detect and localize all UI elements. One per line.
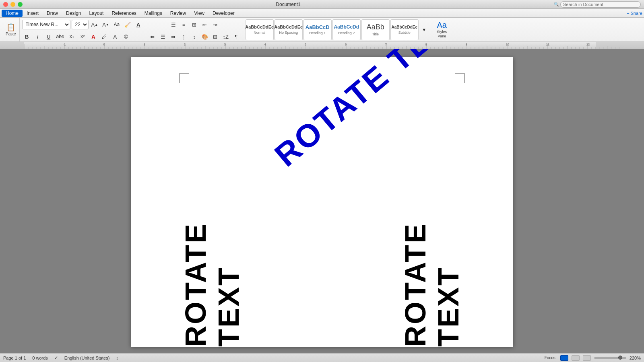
- svg-text:9: 9: [466, 43, 467, 46]
- svg-text:7: 7: [385, 43, 387, 46]
- minimize-button[interactable]: [10, 2, 15, 7]
- style-title-preview: AaBb: [367, 23, 384, 32]
- style-heading2-label: Heading 2: [338, 31, 355, 35]
- read-view-button[interactable]: [583, 355, 591, 361]
- menu-draw[interactable]: Draw: [43, 10, 62, 17]
- menu-home[interactable]: Home: [2, 10, 23, 17]
- menu-view[interactable]: View: [190, 10, 208, 17]
- menu-insert[interactable]: Insert: [23, 10, 43, 17]
- menu-design[interactable]: Design: [62, 10, 85, 17]
- search-input[interactable]: [560, 1, 641, 8]
- bullet-list-button[interactable]: ☰: [169, 19, 178, 30]
- superscript-button[interactable]: X²: [78, 31, 87, 42]
- close-button[interactable]: [3, 2, 8, 7]
- text-format-button[interactable]: A: [110, 31, 120, 42]
- italic-button[interactable]: I: [33, 31, 43, 42]
- style-title[interactable]: AaBb Title: [361, 19, 390, 40]
- svg-text:8: 8: [425, 43, 427, 46]
- document-page: ROTATE TEXT ROTATE TEXT ROTATE TEXT: [131, 57, 513, 347]
- track-changes-icon: ↕: [116, 356, 118, 360]
- borders-button[interactable]: ⊞: [211, 31, 220, 42]
- menu-mailings[interactable]: Mailings: [140, 10, 166, 17]
- svg-text:4: 4: [264, 43, 266, 46]
- sort-button[interactable]: ↕Z: [221, 31, 231, 42]
- special-char-button[interactable]: ©: [121, 31, 131, 42]
- decrease-indent-button[interactable]: ⇤: [200, 19, 210, 30]
- style-title-label: Title: [372, 32, 379, 36]
- search-area: 🔍: [554, 1, 641, 8]
- style-heading2[interactable]: AaBbCcDd Heading 2: [332, 19, 361, 40]
- styles-pane-button[interactable]: Aa StylesPane: [430, 19, 454, 40]
- gallery-expand-button[interactable]: ▼: [419, 25, 429, 35]
- style-subtitle-label: Subtitle: [398, 31, 411, 35]
- style-heading1-preview: AaBbCcD: [305, 24, 330, 31]
- clear-format-button[interactable]: 🧹: [123, 19, 132, 30]
- style-subtitle[interactable]: AaBbCcDdEe Subtitle: [390, 19, 419, 40]
- window-controls: [3, 2, 23, 7]
- maximize-button[interactable]: [18, 2, 23, 7]
- strikethrough-button[interactable]: abc: [55, 31, 66, 42]
- font-grow-button[interactable]: A▲: [90, 19, 100, 30]
- language: English (United States): [64, 356, 110, 360]
- change-case-button[interactable]: Aa: [112, 19, 122, 30]
- line-spacing-button[interactable]: ↕: [190, 31, 199, 42]
- svg-text:3: 3: [224, 43, 226, 46]
- paragraph-group: ☰ ≡ ⊞ ⇤ ⇥ ⬅ ☰ ➡ ⋮ ↕ 🎨 ⊞ ↕Z ¶: [146, 18, 243, 41]
- subscript-button[interactable]: X₂: [67, 31, 76, 42]
- bold-button[interactable]: B: [22, 31, 32, 42]
- font-name-select[interactable]: Times New R...: [22, 20, 70, 29]
- menu-review[interactable]: Review: [166, 10, 190, 17]
- focus-button[interactable]: Focus: [543, 353, 557, 362]
- menu-references[interactable]: References: [107, 10, 140, 17]
- show-marks-button[interactable]: ¶: [231, 31, 241, 42]
- style-normal[interactable]: AaBbCcDdEe Normal: [246, 19, 274, 40]
- svg-text:12: 12: [586, 43, 590, 46]
- margin-marker-top-left: [179, 73, 189, 83]
- underline-button[interactable]: U: [44, 31, 54, 42]
- multilevel-list-button[interactable]: ⊞: [190, 19, 199, 30]
- highlight-button[interactable]: 🖊: [99, 31, 109, 42]
- zoom-thumb: [618, 356, 622, 360]
- style-no-spacing-preview: AaBbCcDdEe: [274, 25, 303, 30]
- menu-developer[interactable]: Developer: [208, 10, 239, 17]
- style-no-spacing-label: No Spacing: [279, 31, 298, 35]
- font-size-select[interactable]: 22: [72, 20, 89, 29]
- justify-button[interactable]: ⋮: [179, 31, 189, 42]
- svg-text:6: 6: [345, 43, 347, 46]
- menu-bar: Home Insert Draw Design Layout Reference…: [0, 9, 644, 18]
- style-normal-label: Normal: [254, 31, 265, 35]
- increase-indent-button[interactable]: ⇥: [211, 19, 220, 30]
- paste-icon: 📋: [6, 23, 15, 32]
- font-shrink-button[interactable]: A▼: [101, 19, 111, 30]
- paste-label: Paste: [6, 32, 16, 36]
- share-button[interactable]: + Share: [627, 11, 642, 16]
- svg-rect-165: [596, 42, 644, 49]
- svg-text:5: 5: [305, 43, 306, 46]
- align-left-button[interactable]: ⬅: [148, 31, 157, 42]
- word-count: 0 words: [32, 356, 48, 360]
- title-bar: Document1 🔍: [0, 0, 644, 9]
- svg-text:2: 2: [184, 43, 186, 46]
- paste-button[interactable]: 📋 Paste: [4, 21, 18, 39]
- font-group: Times New R... 22 A▲ A▼ Aa 🧹 A B I U abc…: [21, 18, 145, 41]
- styles-pane-icon: Aa: [437, 21, 447, 30]
- web-layout-view-button[interactable]: [572, 355, 580, 361]
- svg-text:10: 10: [506, 43, 509, 46]
- align-center-button[interactable]: ☰: [158, 31, 168, 42]
- style-no-spacing[interactable]: AaBbCcDdEe No Spacing: [275, 19, 303, 40]
- style-heading2-preview: AaBbCcDd: [334, 24, 359, 30]
- zoom-slider[interactable]: [594, 357, 626, 359]
- print-layout-view-button[interactable]: [560, 355, 568, 361]
- style-heading1[interactable]: AaBbCcD Heading 1: [303, 19, 332, 40]
- svg-text:-1: -1: [63, 43, 66, 46]
- window-title: Document1: [276, 2, 300, 7]
- align-right-button[interactable]: ➡: [169, 31, 178, 42]
- numbered-list-button[interactable]: ≡: [179, 19, 189, 30]
- paragraph-shading-button[interactable]: 🎨: [200, 31, 210, 42]
- styles-pane-label: StylesPane: [437, 30, 447, 39]
- text-effects-button[interactable]: A: [134, 19, 143, 30]
- font-color-button[interactable]: A: [89, 31, 98, 42]
- style-subtitle-preview: AaBbCcDdEe: [392, 25, 417, 30]
- menu-layout[interactable]: Layout: [85, 10, 107, 17]
- rotate-text-right: ROTATE TEXT: [399, 146, 465, 347]
